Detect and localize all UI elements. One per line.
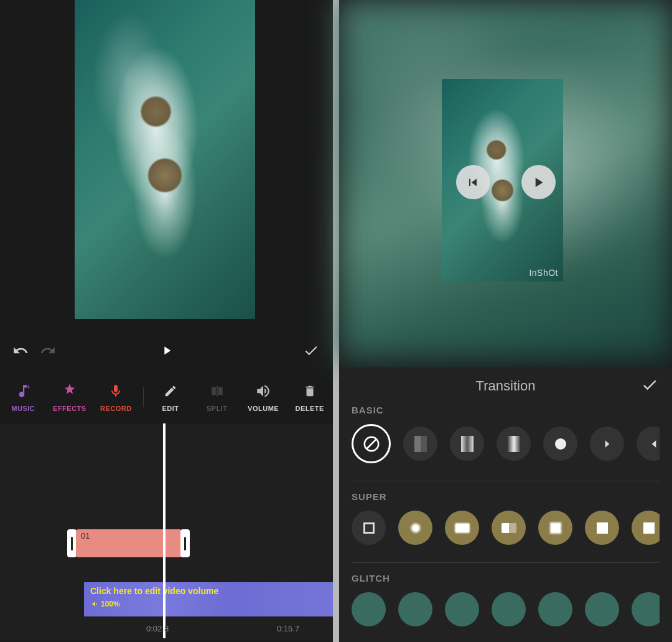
volume-hint: Click here to edit video volume: [84, 582, 333, 600]
prev-button[interactable]: [456, 165, 490, 199]
section-super-label: SUPER: [352, 491, 660, 502]
tool-split-label: SPLIT: [207, 405, 228, 412]
transition-glitch-1[interactable]: [352, 592, 386, 626]
clip-handle-left[interactable]: [67, 529, 77, 557]
transition-glitch-5[interactable]: [538, 592, 572, 626]
music-icon: +: [15, 382, 31, 400]
effects-icon: [61, 382, 78, 400]
svg-rect-7: [414, 436, 421, 452]
glitch-transitions-row: [352, 592, 660, 638]
transition-glitch-2[interactable]: [398, 592, 432, 626]
svg-rect-1: [212, 387, 216, 395]
svg-rect-2: [218, 387, 223, 395]
tool-music-label: MUSIC: [11, 405, 35, 412]
play-button[interactable]: [160, 344, 174, 360]
tool-split[interactable]: SPLIT: [194, 382, 240, 412]
editor-panel-left: + MUSIC EFFECTS RECORD EDIT: [0, 0, 333, 642]
tool-delete-label: DELETE: [295, 405, 324, 412]
undo-button[interactable]: [12, 342, 29, 361]
timeline[interactable]: 01 Click here to edit video volume 100% …: [0, 423, 333, 641]
tool-volume[interactable]: VOLUME: [240, 382, 287, 412]
volume-track[interactable]: Click here to edit video volume 100%: [84, 582, 333, 616]
editor-panel-right: InShOt Transition BASIC: [339, 0, 672, 642]
transition-fade-white[interactable]: [497, 427, 531, 461]
transition-title: Transition: [476, 378, 536, 394]
transition-glitch-7[interactable]: [632, 592, 660, 626]
transition-super-7[interactable]: [632, 511, 660, 545]
section-divider: [352, 481, 660, 481]
tool-separator: [143, 387, 144, 407]
transition-glitch-6[interactable]: [585, 592, 619, 626]
tool-delete[interactable]: DELETE: [286, 382, 333, 412]
transition-slide-right[interactable]: [590, 427, 624, 461]
transition-super-3[interactable]: [445, 511, 479, 545]
volume-percent: 100%: [84, 600, 333, 608]
svg-line-5: [366, 439, 376, 448]
video-preview-left[interactable]: [75, 0, 255, 319]
mic-icon: [108, 382, 123, 400]
timeline-clip[interactable]: 01: [76, 529, 182, 557]
transition-glitch-4[interactable]: [492, 592, 526, 626]
transition-circle[interactable]: [543, 427, 577, 461]
section-glitch-label: GLITCH: [352, 573, 660, 583]
time-end: 0:15.7: [277, 624, 299, 633]
tool-volume-label: VOLUME: [248, 405, 279, 412]
svg-rect-3: [217, 385, 218, 396]
tools-bar: + MUSIC EFFECTS RECORD EDIT: [0, 374, 333, 420]
svg-text:+: +: [27, 383, 30, 390]
clip-label: 01: [81, 531, 90, 541]
transition-super-6[interactable]: [585, 511, 619, 545]
clip-handle-right[interactable]: [180, 529, 190, 557]
volume-icon: [255, 382, 271, 400]
play-button-right[interactable]: [521, 165, 556, 199]
split-icon: [209, 382, 225, 400]
tool-record[interactable]: RECORD: [93, 382, 139, 412]
transition-super-1[interactable]: [352, 511, 386, 545]
basic-transitions-row: [352, 424, 660, 474]
time-current: 0:02.8: [146, 624, 169, 633]
tool-effects[interactable]: EFFECTS: [47, 382, 93, 412]
tool-record-label: RECORD: [100, 405, 132, 412]
transition-none[interactable]: [352, 424, 391, 463]
playback-toolbar: [0, 336, 333, 367]
transition-super-4[interactable]: [492, 511, 526, 545]
section-divider-2: [352, 562, 660, 563]
transition-panel: Transition BASIC: [339, 367, 672, 642]
confirm-button[interactable]: [303, 342, 319, 361]
tool-effects-label: EFFECTS: [53, 405, 86, 412]
transition-confirm[interactable]: [641, 376, 658, 396]
transition-super-2[interactable]: [398, 511, 432, 545]
tool-music[interactable]: + MUSIC: [0, 382, 47, 412]
transition-glitch-3[interactable]: [445, 592, 479, 626]
transition-dissolve[interactable]: [403, 427, 437, 461]
transition-fade-black[interactable]: [450, 427, 484, 461]
watermark: InShOt: [529, 268, 558, 278]
tool-edit-label: EDIT: [162, 405, 179, 412]
tool-edit[interactable]: EDIT: [147, 382, 194, 412]
transition-super-5[interactable]: [538, 511, 572, 545]
super-transitions-row: [352, 511, 660, 556]
playhead[interactable]: [163, 423, 166, 638]
trash-icon: [303, 382, 317, 400]
redo-button[interactable]: [40, 342, 56, 361]
panel-divider: [333, 0, 339, 642]
transition-slide-left[interactable]: [637, 427, 660, 461]
section-basic-label: BASIC: [352, 405, 660, 415]
edit-icon: [164, 382, 177, 400]
